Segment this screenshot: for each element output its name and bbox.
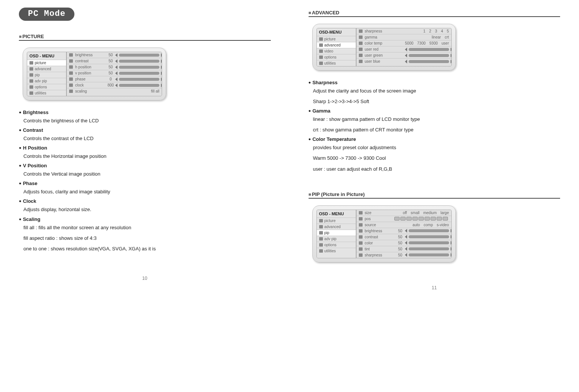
- osd-row[interactable]: gammalinearcrt: [357, 34, 451, 40]
- osd-menu-list: OSD - MENU pictureadvancedpipadv pipopti…: [317, 210, 357, 258]
- option[interactable]: 4: [441, 29, 443, 33]
- position-box[interactable]: [400, 217, 406, 221]
- menu-label: utilities: [324, 249, 336, 253]
- slider-bar[interactable]: [409, 60, 449, 63]
- osd-row[interactable]: pos: [357, 216, 451, 222]
- osd-menu-item[interactable]: advanced: [317, 42, 356, 48]
- osd-menu-item[interactable]: options: [317, 242, 356, 248]
- osd-inner: OSD - MENU pictureadvancedpipadv pipopti…: [317, 210, 452, 258]
- osd-row[interactable]: contrast50: [357, 234, 451, 240]
- osd-row[interactable]: brightness50: [357, 228, 451, 234]
- osd-row[interactable]: user red: [357, 46, 451, 52]
- option[interactable]: comp: [424, 223, 433, 227]
- osd-row[interactable]: phase0: [67, 76, 162, 82]
- osd-menu-item[interactable]: utilities: [27, 90, 66, 96]
- slider-bar[interactable]: [409, 235, 449, 238]
- menu-icon: [319, 49, 323, 53]
- option[interactable]: off: [403, 211, 407, 215]
- option[interactable]: user: [442, 41, 449, 45]
- option[interactable]: 2: [429, 29, 431, 33]
- osd-row[interactable]: user blue: [357, 58, 451, 64]
- osd-menu-item[interactable]: pip: [317, 230, 356, 236]
- option[interactable]: s-video: [437, 223, 449, 227]
- osd-row[interactable]: brightness50: [67, 52, 162, 58]
- item-body-line: Controls the contrast of the LCD: [23, 134, 271, 143]
- option[interactable]: 3: [435, 29, 437, 33]
- osd-menu-item[interactable]: advanced: [27, 66, 66, 72]
- osd-row[interactable]: sharpness50: [357, 252, 451, 258]
- osd-menu-item[interactable]: adv pip: [27, 78, 66, 84]
- osd-row[interactable]: scalingfill all: [67, 88, 162, 94]
- option[interactable]: 7300: [417, 41, 426, 45]
- row-icon: [359, 229, 363, 233]
- item-heading: Contrast: [19, 127, 271, 133]
- osd-row[interactable]: color temp500073009300user: [357, 40, 451, 46]
- option[interactable]: 5: [447, 29, 449, 33]
- osd-menu-list: OSD - MENU pictureadvancedpipadv pipopti…: [27, 52, 67, 96]
- osd-menu-item[interactable]: picture: [317, 218, 356, 224]
- osd-row[interactable]: h position50: [67, 64, 162, 70]
- osd-row[interactable]: clock800: [67, 82, 162, 88]
- position-box[interactable]: [437, 217, 442, 221]
- osd-row[interactable]: sourceautocomps-video: [357, 222, 451, 228]
- menu-label: picture: [324, 37, 336, 41]
- option[interactable]: 9300: [429, 41, 438, 45]
- slider-bar[interactable]: [409, 253, 449, 256]
- item-body-line: Controls the Horizontal image position: [23, 152, 271, 161]
- slider-bar[interactable]: [119, 66, 159, 69]
- osd-row[interactable]: v position50: [67, 70, 162, 76]
- position-box[interactable]: [443, 217, 448, 221]
- osd-row[interactable]: tint50: [357, 246, 451, 252]
- osd-row[interactable]: color50: [357, 240, 451, 246]
- menu-label: options: [35, 85, 47, 89]
- slider-bar[interactable]: [409, 229, 449, 232]
- position-box[interactable]: [406, 217, 412, 221]
- osd-row[interactable]: sharpness12345: [357, 28, 451, 34]
- osd-menu-item[interactable]: advanced: [317, 224, 356, 230]
- menu-label: utilities: [35, 91, 46, 95]
- osd-menu-item[interactable]: options: [27, 84, 66, 90]
- option[interactable]: medium: [423, 211, 437, 215]
- osd-menu-item[interactable]: pip: [27, 72, 66, 78]
- row-icon: [69, 90, 73, 93]
- osd-menu-item[interactable]: picture: [317, 36, 356, 42]
- osd-menu-item[interactable]: adv pip: [317, 236, 356, 242]
- option[interactable]: linear: [432, 35, 441, 39]
- option[interactable]: small: [411, 211, 419, 215]
- picture-items: BrightnessControls the brightness of the…: [19, 110, 271, 253]
- slider-bar[interactable]: [119, 78, 159, 81]
- position-box[interactable]: [425, 217, 430, 221]
- slider-bar[interactable]: [119, 54, 159, 57]
- slider-bar[interactable]: [119, 60, 159, 63]
- slider-bar[interactable]: [409, 48, 449, 51]
- item-heading: Color Temperature: [309, 136, 560, 142]
- slider-bar[interactable]: [409, 241, 449, 244]
- osd-menu-item[interactable]: utilities: [317, 60, 356, 66]
- option[interactable]: large: [440, 211, 449, 215]
- slider-bar[interactable]: [409, 54, 449, 57]
- position-box[interactable]: [394, 217, 400, 221]
- osd-menu-item[interactable]: utilities: [317, 248, 356, 254]
- osd-menu-item[interactable]: picture: [27, 60, 66, 66]
- slider-bar[interactable]: [119, 72, 159, 75]
- option[interactable]: 5000: [405, 41, 413, 45]
- position-box[interactable]: [412, 217, 418, 221]
- menu-icon: [319, 62, 323, 65]
- slider-bar[interactable]: [119, 84, 159, 87]
- menu-icon: [29, 79, 33, 83]
- osd-row[interactable]: sizeoffsmallmediumlarge: [357, 210, 451, 216]
- slider-bar[interactable]: [409, 247, 449, 250]
- row-icon: [359, 60, 363, 63]
- osd-menu-item[interactable]: video: [317, 48, 356, 54]
- page-left: PC Mode PICTURE OSD - MENU pictureadvanc…: [11, 4, 278, 294]
- position-box[interactable]: [418, 217, 424, 221]
- osd-row[interactable]: user green: [357, 52, 451, 58]
- menu-icon: [319, 56, 323, 59]
- osd-row[interactable]: contrast50: [67, 58, 162, 64]
- osd-menu-item[interactable]: options: [317, 54, 356, 60]
- option[interactable]: crt: [445, 35, 449, 39]
- position-box[interactable]: [431, 217, 436, 221]
- option[interactable]: auto: [412, 223, 420, 227]
- row-label: pos: [365, 217, 392, 221]
- option[interactable]: 1: [423, 29, 426, 33]
